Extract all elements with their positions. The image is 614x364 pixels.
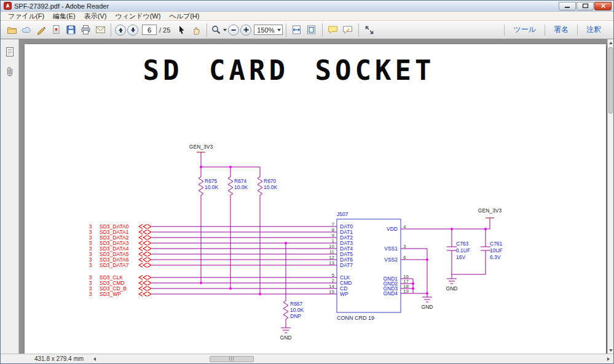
save-button[interactable] (63, 23, 78, 37)
page-number-input[interactable] (142, 25, 157, 35)
sticky-note-button[interactable] (326, 23, 340, 37)
vertical-scroll-thumb[interactable] (608, 47, 613, 114)
sign-button[interactable]: 署名 (545, 25, 577, 35)
refdes: C763 (456, 241, 469, 247)
email-button[interactable] (93, 23, 108, 37)
pin-name: VSS2 (384, 257, 398, 263)
fit-page-button[interactable] (304, 23, 319, 37)
annotate-button[interactable] (340, 23, 355, 37)
print-button[interactable] (78, 23, 93, 37)
zoom-in-button[interactable] (240, 25, 251, 36)
pin-number: 7 (332, 222, 335, 227)
horizontal-scroll-track[interactable] (98, 355, 605, 363)
sign-pen-button[interactable] (34, 23, 49, 37)
scroll-right-button[interactable] (605, 355, 612, 363)
maximize-icon (582, 3, 589, 9)
offpage-connector-icon (139, 252, 143, 257)
horizontal-scroll-thumb[interactable] (210, 356, 254, 362)
component-rating: 16V (456, 254, 465, 260)
offpage-connector-icon (139, 225, 143, 229)
menu-view[interactable]: 表示(V) (80, 12, 111, 21)
toolbar-separator (358, 23, 359, 37)
pin-number: 1 (332, 238, 335, 244)
offpage-connector-icon (139, 276, 143, 280)
fit-width-button[interactable] (289, 23, 304, 37)
gnd-symbol (447, 279, 457, 284)
marquee-zoom-button[interactable] (210, 23, 227, 37)
pdf-app-icon (4, 2, 12, 10)
junction-dot (259, 293, 261, 295)
minimize-button[interactable] (559, 2, 576, 10)
offpage-connector-icon (148, 258, 151, 262)
fullscreen-button[interactable] (362, 23, 377, 37)
pin-number: 9 (332, 233, 335, 238)
cursor-icon (177, 25, 186, 35)
offpage-connector-icon (148, 276, 151, 280)
offpage-connector-icon (148, 247, 151, 251)
attachments-button[interactable] (3, 65, 17, 79)
offpage-connector-icon (148, 236, 151, 240)
offpage-connector-icon (139, 287, 143, 291)
junction-dot (426, 292, 428, 295)
offpage-connector-icon (143, 258, 147, 262)
pin-number: 12 (329, 255, 334, 260)
vertical-scrollbar[interactable] (607, 39, 613, 354)
maximize-button[interactable] (577, 2, 594, 10)
offpage-connector-icon (143, 236, 147, 240)
toolbar: / 25 150% (1, 21, 613, 39)
offpage-connector-icon (143, 225, 147, 229)
menu-window[interactable]: ウィンドウ(W) (111, 12, 165, 21)
toolbar-right-actions: ツール 署名 注釈 (504, 25, 610, 36)
offpage-connector-icon (143, 230, 147, 234)
resistor-symbol (258, 177, 262, 195)
next-page-button[interactable] (127, 25, 138, 36)
pin-number: 15 (329, 289, 334, 295)
pin-number: 11 (329, 249, 335, 255)
offpage-connector-icon (139, 292, 143, 296)
offpage-connector-icon (148, 230, 151, 234)
open-button[interactable] (4, 23, 19, 37)
pin-number: 4 (403, 224, 406, 230)
offpage-connector-icon (148, 287, 151, 291)
window-controls (558, 2, 612, 10)
titlebar: SPF-27392.pdf - Adobe Reader (1, 1, 613, 12)
menu-edit[interactable]: 編集(E) (49, 12, 80, 21)
close-button[interactable] (594, 2, 612, 10)
offpage-connector-icon (143, 276, 147, 280)
junction-dot (412, 287, 414, 290)
pointer-tools-group (174, 23, 203, 37)
menu-file[interactable]: ファイル(F) (4, 12, 49, 21)
component-value: 10.0K (264, 184, 278, 190)
scroll-up-button[interactable] (608, 39, 613, 46)
select-tool-button[interactable] (174, 23, 189, 37)
cloud-upload-button[interactable] (19, 23, 34, 37)
gnd-symbol (281, 328, 291, 333)
dropdown-arrow-icon (277, 29, 281, 31)
offpage-connector-icon (148, 263, 151, 268)
gnd-symbol (422, 297, 432, 302)
net-name: SD3_DATA7 (100, 262, 129, 268)
zoom-out-button[interactable] (228, 25, 239, 36)
offpage-connector-icon (148, 241, 151, 246)
horizontal-scrollbar[interactable] (91, 355, 612, 363)
save-icon (66, 25, 76, 35)
offpage-connector-icon (143, 252, 147, 257)
zoom-level-select[interactable]: 150% (254, 25, 282, 35)
hand-icon (191, 25, 201, 35)
tools-button[interactable]: ツール (505, 25, 545, 35)
previous-page-button[interactable] (115, 25, 126, 36)
hand-tool-button[interactable] (189, 23, 203, 37)
resistor-symbol (199, 177, 203, 195)
menu-help[interactable]: ヘルプ(H) (165, 12, 203, 21)
schematic-sheet-title: SD CARD SOCKET (143, 55, 435, 86)
window-title: SPF-27392.pdf - Adobe Reader (14, 2, 558, 10)
refdes: R675 (205, 178, 218, 184)
component-value: 10UF (490, 247, 503, 254)
scroll-left-button[interactable] (91, 355, 98, 363)
page-thumbnails-button[interactable] (3, 45, 17, 58)
scroll-down-button[interactable] (608, 347, 613, 354)
view-fit-group (289, 23, 319, 37)
stamp-button[interactable] (49, 23, 63, 37)
toolbar-separator (111, 23, 111, 37)
comment-button[interactable]: 注釈 (578, 25, 610, 35)
